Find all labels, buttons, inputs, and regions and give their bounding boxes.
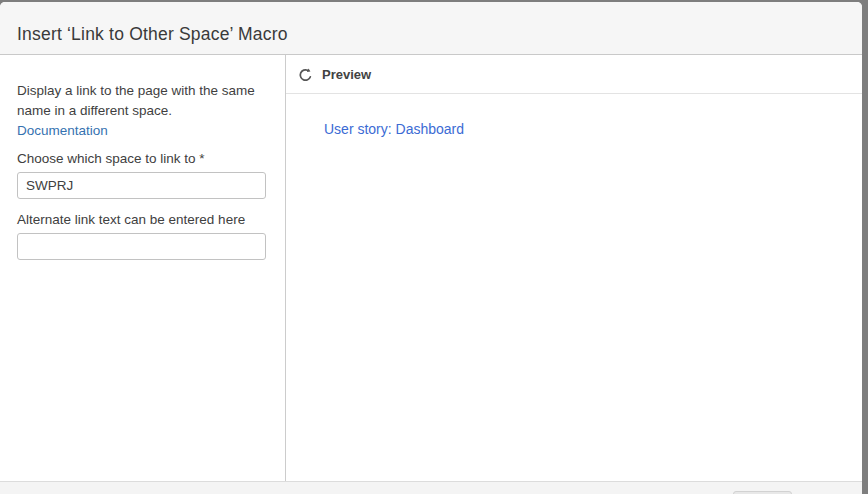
preview-panel: Preview User story: Dashboard	[286, 55, 862, 481]
preview-header: Preview	[286, 55, 862, 94]
documentation-link[interactable]: Documentation	[17, 121, 108, 141]
alt-text-field-group: Alternate link text can be entered here	[17, 212, 269, 260]
dialog-header: Insert ‘Link to Other Space’ Macro	[0, 2, 862, 55]
macro-parameters-panel: Display a link to the page with the same…	[0, 55, 286, 481]
refresh-icon[interactable]	[297, 66, 314, 83]
space-field-label: Choose which space to link to *	[17, 151, 269, 166]
insert-macro-dialog: Insert ‘Link to Other Space’ Macro Displ…	[0, 2, 862, 494]
preview-page-link[interactable]: User story: Dashboard	[324, 121, 464, 137]
modal-blanket: { "dialog": { "title": "Insert \u2018Lin…	[0, 0, 868, 494]
macro-description: Display a link to the page with the same…	[17, 81, 277, 121]
space-field-group: Choose which space to link to *	[17, 151, 269, 199]
dialog-body: Display a link to the page with the same…	[0, 55, 862, 481]
dialog-footer	[0, 481, 862, 494]
space-input[interactable]	[17, 172, 266, 199]
alt-text-input[interactable]	[17, 233, 266, 260]
alt-text-field-label: Alternate link text can be entered here	[17, 212, 269, 227]
preview-content: User story: Dashboard	[286, 94, 862, 138]
dialog-title: Insert ‘Link to Other Space’ Macro	[17, 24, 288, 45]
preview-title: Preview	[322, 67, 371, 82]
